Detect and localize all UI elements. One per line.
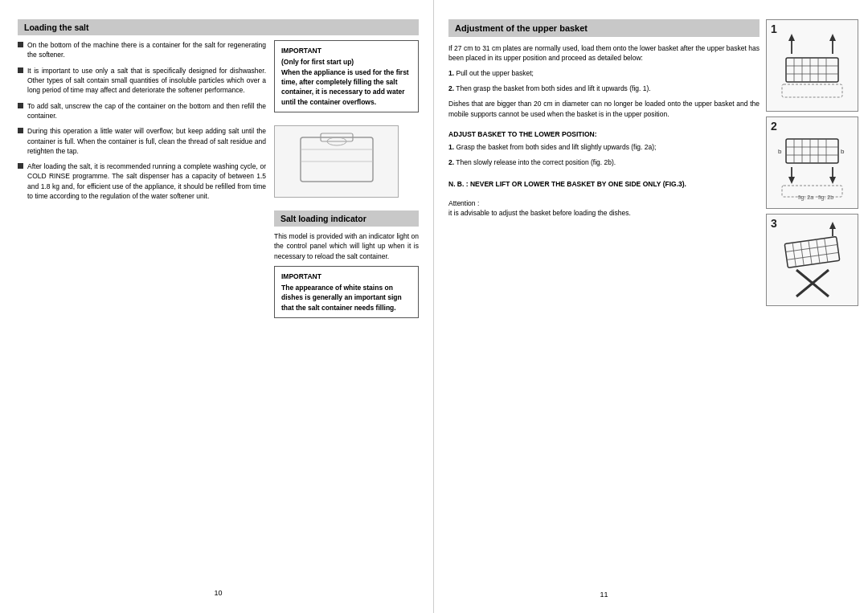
important-box-2-text: The appearance of white stains on dishes…: [281, 284, 402, 312]
important-box-1-title: IMPORTANT: [281, 46, 411, 55]
bullet-text-3: To add salt, unscrew the cap of the cont…: [27, 101, 266, 121]
step-lower-1-num: 1.: [448, 143, 454, 151]
page-container: Loading the salt On the bottom of the ma…: [0, 0, 868, 613]
svg-marker-14: [788, 34, 795, 41]
important-box-2: IMPORTANT The appearance of white stains…: [274, 266, 419, 318]
svg-line-37: [800, 241, 804, 265]
left-content: On the bottom of the machine there is a …: [18, 40, 419, 586]
step-lower-2-text: Then slowly release into the correct pos…: [456, 158, 616, 166]
step-lower-2: 2. Then slowly release into the correct …: [448, 157, 760, 167]
figure-3-number: 3: [771, 217, 777, 230]
svg-marker-16: [829, 34, 836, 41]
bullet-text-5: After loading the salt, it is recommende…: [27, 161, 266, 201]
step-upper-2-text: Then grasp the basket from both sides an…: [456, 84, 650, 92]
salt-container-svg: [285, 129, 389, 194]
salt-container-image: [274, 125, 399, 198]
adjustment-intro: If 27 cm to 31 cm plates are normally us…: [448, 43, 760, 63]
svg-rect-17: [782, 84, 842, 97]
step-upper-2: 2. Then grasp the basket from both sides…: [448, 84, 760, 93]
attention-label: Attention :: [448, 199, 479, 207]
important-box-1-subtitle: (Only for first start up): [281, 57, 411, 67]
svg-rect-0: [301, 137, 373, 182]
figure-1-number: 1: [771, 22, 777, 35]
svg-marker-31: [829, 177, 836, 184]
svg-text:fig. 2b: fig. 2b: [818, 194, 833, 201]
attention-text: it is advisable to adjust the basket bef…: [448, 209, 631, 217]
middle-note: Dishes that are bigger than 20 cm in dia…: [448, 99, 760, 119]
figure-3-svg: [774, 220, 850, 300]
loading-salt-header: Loading the salt: [18, 19, 419, 35]
step-upper-1: 1. Pull out the upper basket;: [448, 68, 760, 78]
step-lower-1-text: Grasp the basket from both sides and lif…: [456, 143, 656, 151]
svg-text:b: b: [841, 148, 845, 155]
figure-2-svg: b b fig. 2a fig. 2b: [774, 123, 850, 203]
bullet-icon-2: [18, 67, 23, 73]
bullet-text-2: It is important to use only a salt that …: [27, 66, 266, 96]
important-box-1-text: When the appliance is used for the first…: [281, 68, 409, 106]
svg-line-38: [809, 240, 812, 264]
left-main-column: On the bottom of the machine there is a …: [18, 40, 266, 586]
left-page: Loading the salt On the bottom of the ma…: [0, 0, 434, 613]
bullet-icon-3: [18, 103, 23, 108]
right-page-number: 11: [448, 587, 760, 599]
bullet-2: It is important to use only a salt that …: [18, 66, 266, 96]
step-lower-1: 1. Grasp the basket from both sides and …: [448, 142, 760, 152]
bullet-5: After loading the salt, it is recommende…: [18, 161, 266, 201]
figure-2-number: 2: [771, 120, 777, 133]
attention-block: Attention : it is advisable to adjust th…: [448, 198, 760, 219]
figures-column: 1: [766, 19, 858, 599]
right-text-area: Adjustment of the upper basket If 27 cm …: [448, 19, 760, 599]
step-upper-2-num: 2.: [448, 84, 454, 92]
svg-rect-35: [784, 236, 840, 268]
salt-indicator-section: Salt loading indicator This model is pro…: [274, 210, 419, 266]
salt-indicator-header: Salt loading indicator: [274, 210, 419, 227]
svg-marker-29: [788, 177, 795, 184]
bullet-icon-5: [18, 163, 23, 169]
left-page-number: 10: [18, 586, 419, 599]
bullet-4: During this operation a little water wil…: [18, 126, 266, 156]
warning-text: N. B. : NEVER LIFT OR LOWER THE BASKET B…: [448, 180, 760, 188]
svg-text:fig. 2a: fig. 2a: [798, 194, 813, 201]
svg-text:b: b: [778, 148, 782, 155]
bullet-3: To add salt, unscrew the cap of the cont…: [18, 101, 266, 121]
salt-indicator-text: This model is provided with an indicator…: [274, 231, 419, 261]
step-upper-1-text: Pull out the upper basket;: [456, 69, 533, 77]
lower-position-header: ADJUST BASKET TO THE LOWER POSITION:: [448, 130, 760, 138]
bullet-icon-1: [18, 42, 23, 47]
adjustment-header: Adjustment of the upper basket: [448, 19, 760, 37]
bullet-1: On the bottom of the machine there is a …: [18, 40, 266, 60]
svg-line-40: [825, 238, 828, 262]
left-sidebar-column: IMPORTANT (Only for first start up) When…: [274, 40, 419, 586]
bullet-icon-4: [18, 128, 23, 133]
svg-marker-44: [829, 222, 836, 229]
right-page: Adjustment of the upper basket If 27 cm …: [434, 0, 868, 613]
svg-line-39: [817, 239, 820, 264]
bullet-text-1: On the bottom of the machine there is a …: [27, 40, 266, 60]
important-box-1: IMPORTANT (Only for first start up) When…: [274, 40, 419, 112]
step-upper-1-num: 1.: [448, 69, 454, 77]
figure-2-box: 2 b b: [766, 116, 858, 209]
figure-3-box: 3: [766, 214, 858, 306]
figure-1-svg: [774, 30, 850, 102]
svg-line-36: [792, 243, 796, 267]
step-lower-2-num: 2.: [448, 158, 454, 166]
bullet-text-4: During this operation a little water wil…: [27, 126, 266, 156]
figure-1-box: 1: [766, 19, 858, 112]
important-box-2-title: IMPORTANT: [281, 272, 411, 281]
